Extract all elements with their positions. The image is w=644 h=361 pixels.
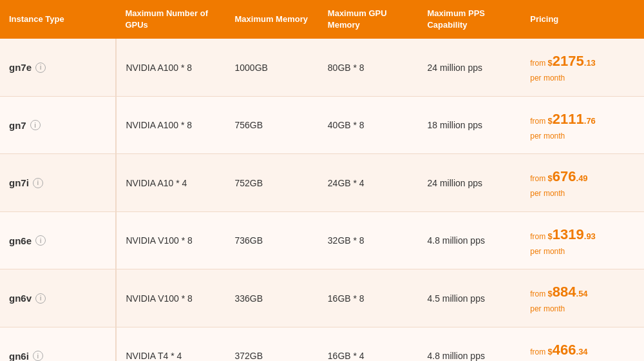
table-row: gn7i i NVIDIA A10 * 4752GB24GB * 424 mil… bbox=[0, 154, 644, 212]
instance-name-text: gn6i bbox=[9, 351, 29, 361]
from-text: from bbox=[530, 117, 547, 126]
price-integer: 2175 bbox=[553, 53, 584, 69]
memory-cell: 372GB bbox=[226, 327, 319, 361]
instance-type-cell: gn7 i bbox=[0, 96, 116, 154]
gpu-memory-cell: 16GB * 4 bbox=[319, 327, 419, 361]
price-integer: 676 bbox=[553, 168, 576, 184]
gpus-cell: NVIDIA V100 * 8 bbox=[116, 269, 225, 327]
gpu-memory-cell: 16GB * 8 bbox=[319, 269, 419, 327]
gpus-cell: NVIDIA A10 * 4 bbox=[116, 154, 225, 212]
instance-type-cell: gn7e i bbox=[0, 39, 116, 96]
instance-type-cell: gn7i i bbox=[0, 154, 116, 212]
dollar-sign: $ bbox=[548, 58, 553, 68]
price-decimal: .54 bbox=[576, 289, 588, 298]
instance-type-cell: gn6e i bbox=[0, 211, 116, 269]
price-decimal: .93 bbox=[584, 231, 596, 241]
info-icon[interactable]: i bbox=[35, 235, 46, 246]
instance-name-text: gn7e bbox=[9, 62, 32, 73]
col-header-memory: Maximum Memory bbox=[226, 0, 319, 39]
info-icon[interactable]: i bbox=[33, 178, 43, 188]
dollar-sign: $ bbox=[548, 347, 553, 356]
pps-cell: 18 million pps bbox=[418, 96, 521, 154]
instance-type-cell: gn6v i bbox=[0, 269, 116, 327]
memory-cell: 1000GB bbox=[226, 39, 319, 96]
price-decimal: .34 bbox=[576, 347, 588, 356]
pricing-cell: from $2175.13 per month bbox=[521, 39, 644, 96]
price-integer: 2111 bbox=[553, 111, 584, 127]
from-text: from bbox=[530, 289, 547, 298]
col-header-pricing: Pricing bbox=[521, 0, 644, 39]
instance-type-cell: gn6i i bbox=[0, 327, 116, 361]
instance-name-text: gn7 bbox=[9, 120, 26, 131]
gpu-memory-cell: 24GB * 4 bbox=[319, 154, 419, 212]
table-row: gn6e i NVIDIA V100 * 8736GB32GB * 84.8 m… bbox=[0, 211, 644, 269]
from-text: from bbox=[530, 232, 547, 241]
pricing-cell: from $2111.76 per month bbox=[521, 96, 644, 154]
gpus-cell: NVIDIA A100 * 8 bbox=[116, 39, 225, 96]
gpus-cell: NVIDIA A100 * 8 bbox=[116, 96, 225, 154]
memory-cell: 752GB bbox=[226, 154, 319, 212]
dollar-sign: $ bbox=[548, 289, 553, 298]
gpu-memory-cell: 32GB * 8 bbox=[319, 211, 419, 269]
per-month-text: per month bbox=[530, 304, 565, 313]
table-header-row: Instance Type Maximum Number of GPUs Max… bbox=[0, 0, 644, 39]
pps-cell: 4.8 million pps bbox=[418, 211, 521, 269]
col-header-pps: Maximum PPS Capability bbox=[418, 0, 521, 39]
price-integer: 1319 bbox=[553, 226, 584, 242]
pps-cell: 24 million pps bbox=[418, 154, 521, 212]
gpus-cell: NVIDIA T4 * 4 bbox=[116, 327, 225, 361]
pricing-cell: from $466.34 per month bbox=[521, 327, 644, 361]
price-integer: 884 bbox=[553, 284, 576, 300]
col-header-instance-type: Instance Type bbox=[0, 0, 116, 39]
info-icon[interactable]: i bbox=[33, 351, 43, 361]
pps-cell: 24 million pps bbox=[418, 39, 521, 96]
memory-cell: 756GB bbox=[226, 96, 319, 154]
from-text: from bbox=[530, 174, 547, 183]
table-row: gn6v i NVIDIA V100 * 8336GB16GB * 84.5 m… bbox=[0, 269, 644, 327]
from-text: from bbox=[530, 59, 547, 68]
dollar-sign: $ bbox=[548, 173, 553, 183]
info-icon[interactable]: i bbox=[35, 63, 46, 73]
col-header-gpu-memory: Maximum GPU Memory bbox=[319, 0, 419, 39]
dollar-sign: $ bbox=[548, 116, 553, 126]
gpus-cell: NVIDIA V100 * 8 bbox=[116, 211, 225, 269]
price-integer: 466 bbox=[553, 342, 576, 358]
col-header-gpus: Maximum Number of GPUs bbox=[116, 0, 225, 39]
price-decimal: .13 bbox=[584, 58, 596, 68]
gpu-memory-cell: 80GB * 8 bbox=[319, 39, 419, 96]
per-month-text: per month bbox=[530, 189, 565, 198]
from-text: from bbox=[530, 347, 547, 356]
table-row: gn7 i NVIDIA A100 * 8756GB40GB * 818 mil… bbox=[0, 96, 644, 154]
instance-name-text: gn6e bbox=[9, 235, 32, 246]
memory-cell: 736GB bbox=[226, 211, 319, 269]
pricing-cell: from $676.49 per month bbox=[521, 154, 644, 212]
pps-cell: 4.5 million pps bbox=[418, 269, 521, 327]
table-row: gn7e i NVIDIA A100 * 81000GB80GB * 824 m… bbox=[0, 39, 644, 96]
price-decimal: .49 bbox=[576, 173, 588, 183]
pps-cell: 4.8 million pps bbox=[418, 327, 521, 361]
memory-cell: 336GB bbox=[226, 269, 319, 327]
info-icon[interactable]: i bbox=[35, 293, 46, 304]
pricing-cell: from $884.54 per month bbox=[521, 269, 644, 327]
price-decimal: .76 bbox=[584, 116, 596, 126]
pricing-cell: from $1319.93 per month bbox=[521, 211, 644, 269]
dollar-sign: $ bbox=[548, 231, 553, 241]
info-icon[interactable]: i bbox=[30, 120, 41, 130]
instance-name-text: gn7i bbox=[9, 177, 29, 188]
per-month-text: per month bbox=[530, 132, 565, 141]
instance-name-text: gn6v bbox=[9, 293, 32, 304]
gpu-memory-cell: 40GB * 8 bbox=[319, 96, 419, 154]
per-month-text: per month bbox=[530, 73, 565, 83]
instance-type-table: Instance Type Maximum Number of GPUs Max… bbox=[0, 0, 644, 361]
table-row: gn6i i NVIDIA T4 * 4372GB16GB * 44.8 mil… bbox=[0, 327, 644, 361]
per-month-text: per month bbox=[530, 247, 565, 256]
